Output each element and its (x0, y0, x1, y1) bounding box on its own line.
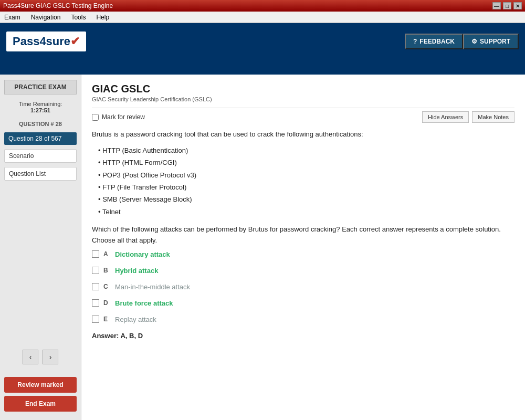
option-letter-c: C (103, 283, 111, 290)
hide-answers-button[interactable]: Hide Answers (422, 111, 469, 123)
make-notes-button[interactable]: Make Notes (472, 111, 514, 123)
end-exam-button[interactable]: End Exam (4, 396, 77, 412)
auth-list: • HTTP (Basic Authentication) • HTTP (HT… (98, 144, 514, 218)
checkbox-d[interactable] (92, 299, 99, 307)
option-letter-e: E (103, 316, 111, 323)
nav-bar (0, 60, 525, 75)
option-b: B Hybrid attack (92, 267, 514, 275)
option-d: D Brute force attack (92, 299, 514, 307)
sidebar-item-question[interactable]: Question 28 of 567 (4, 132, 77, 145)
auth-item-3: • FTP (File Transfer Protocol) (98, 181, 514, 193)
mark-review-row: Mark for review Hide Answers Make Notes (92, 111, 514, 123)
menu-tools[interactable]: Tools (69, 13, 88, 22)
support-icon: ⚙ (471, 38, 477, 45)
question-number-label: QUESTION # 28 (4, 120, 77, 128)
feedback-button[interactable]: ? FEEDBACK (405, 34, 463, 49)
feedback-icon: ? (413, 38, 417, 45)
sidebar-item-scenario[interactable]: Scenario (4, 149, 77, 163)
exam-title: GIAC GSLC (92, 83, 514, 95)
option-text-c[interactable]: Man-in-the-middle attack (115, 283, 190, 291)
checkbox-b[interactable] (92, 267, 99, 274)
logo-text: Pass4sure✔ (13, 35, 80, 48)
title-bar-controls[interactable]: — □ ✕ (492, 2, 522, 9)
sidebar-bottom: Review marked End Exam (4, 374, 77, 415)
answer-line: Answer: A, B, D (92, 332, 514, 340)
divider-1 (92, 108, 514, 108)
auth-item-1: • HTTP (HTML Form/CGI) (98, 156, 514, 169)
title-bar-left: Pass4Sure GIAC GSLC Testing Engine (3, 2, 113, 9)
menu-exam[interactable]: Exam (2, 13, 23, 22)
feedback-label: FEEDBACK (419, 38, 455, 45)
nav-arrows: ‹ › (4, 350, 77, 370)
logo-checkmark: ✔ (70, 35, 80, 48)
auth-item-0: • HTTP (Basic Authentication) (98, 144, 514, 156)
auth-item-5: • Telnet (98, 206, 514, 218)
title-bar: Pass4Sure GIAC GSLC Testing Engine — □ ✕ (0, 0, 525, 12)
mark-review-checkbox[interactable] (92, 114, 99, 121)
menu-help[interactable]: Help (94, 13, 111, 22)
main-layout: PRACTICE EXAM Time Remaining: 1:27:51 QU… (0, 75, 525, 420)
option-letter-b: B (103, 267, 111, 274)
auth-item-4: • SMB (Server Message Block) (98, 193, 514, 205)
minimize-button[interactable]: — (492, 2, 501, 9)
option-c: C Man-in-the-middle attack (92, 283, 514, 291)
exam-subtitle: GIAC Security Leadership Certification (… (92, 96, 514, 102)
option-letter-a: A (103, 250, 111, 258)
next-button[interactable]: › (43, 350, 58, 364)
action-buttons: Hide Answers Make Notes (422, 111, 514, 123)
time-label: Time Remaining: (6, 101, 75, 107)
support-button[interactable]: ⚙ SUPPORT (463, 34, 519, 49)
checkbox-c[interactable] (92, 283, 99, 290)
mark-review-left: Mark for review (92, 113, 145, 121)
header-buttons: ? FEEDBACK ⚙ SUPPORT (405, 34, 519, 49)
mark-review-label: Mark for review (102, 113, 145, 121)
option-a: A Dictionary attack (92, 250, 514, 258)
option-text-a[interactable]: Dictionary attack (115, 250, 170, 258)
practice-exam-label: PRACTICE EXAM (4, 80, 77, 94)
option-text-d[interactable]: Brute force attack (115, 299, 173, 307)
time-value: 1:27:51 (6, 107, 75, 113)
option-text-e[interactable]: Replay attack (115, 316, 156, 323)
content-area: GIAC GSLC GIAC Security Leadership Certi… (81, 75, 525, 420)
time-remaining-box: Time Remaining: 1:27:51 (4, 99, 77, 116)
question-text: Brutus is a password cracking tool that … (92, 129, 514, 140)
question-body: Brutus is a password cracking tool that … (92, 129, 514, 246)
close-button[interactable]: ✕ (513, 2, 522, 9)
option-letter-d: D (103, 299, 111, 307)
checkbox-a[interactable] (92, 250, 99, 258)
title-bar-text: Pass4Sure GIAC GSLC Testing Engine (3, 2, 113, 9)
option-text-b[interactable]: Hybrid attack (115, 267, 158, 275)
menu-bar: Exam Navigation Tools Help (0, 12, 525, 23)
menu-navigation[interactable]: Navigation (29, 13, 63, 22)
answer-options: A Dictionary attack B Hybrid attack C Ma… (92, 250, 514, 323)
maximize-button[interactable]: □ (503, 2, 511, 9)
sidebar: PRACTICE EXAM Time Remaining: 1:27:51 QU… (0, 75, 81, 420)
logo: Pass4sure✔ (6, 32, 86, 51)
checkbox-e[interactable] (92, 316, 99, 323)
auth-item-2: • POP3 (Post Office Protocol v3) (98, 169, 514, 181)
option-e: E Replay attack (92, 316, 514, 323)
support-label: SUPPORT (480, 38, 510, 45)
review-marked-button[interactable]: Review marked (4, 377, 77, 393)
question-instruction: Which of the following attacks can be pe… (92, 224, 514, 246)
prev-button[interactable]: ‹ (23, 350, 38, 364)
sidebar-item-question-list[interactable]: Question List (4, 167, 77, 181)
app-header: Pass4sure✔ ? FEEDBACK ⚙ SUPPORT (0, 23, 525, 60)
